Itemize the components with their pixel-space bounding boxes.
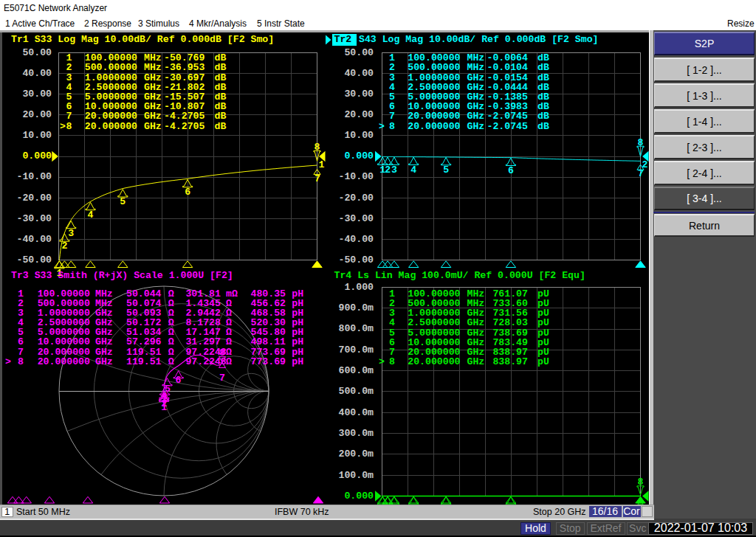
svg-text:3: 3 xyxy=(391,164,397,176)
svg-text:1: 1 xyxy=(161,402,167,413)
svg-text:6: 6 xyxy=(185,187,190,198)
svg-text:5: 5 xyxy=(120,196,126,207)
svg-text:4: 4 xyxy=(88,209,94,221)
svg-text:5: 5 xyxy=(443,164,449,176)
svg-text:5: 5 xyxy=(165,384,171,395)
svg-text:4: 4 xyxy=(410,164,416,176)
svg-text:8: 8 xyxy=(638,477,644,488)
svg-text:6: 6 xyxy=(508,165,514,176)
svg-text:3: 3 xyxy=(68,228,74,239)
svg-text:7: 7 xyxy=(219,373,225,384)
svg-text:8: 8 xyxy=(315,142,320,153)
svg-text:2: 2 xyxy=(61,240,67,252)
svg-text:2: 2 xyxy=(642,159,648,170)
svg-text:2: 2 xyxy=(385,164,391,176)
svg-text:1: 1 xyxy=(319,159,325,170)
svg-text:7: 7 xyxy=(315,173,320,184)
svg-text:8: 8 xyxy=(638,137,644,148)
svg-text:6: 6 xyxy=(176,375,182,386)
